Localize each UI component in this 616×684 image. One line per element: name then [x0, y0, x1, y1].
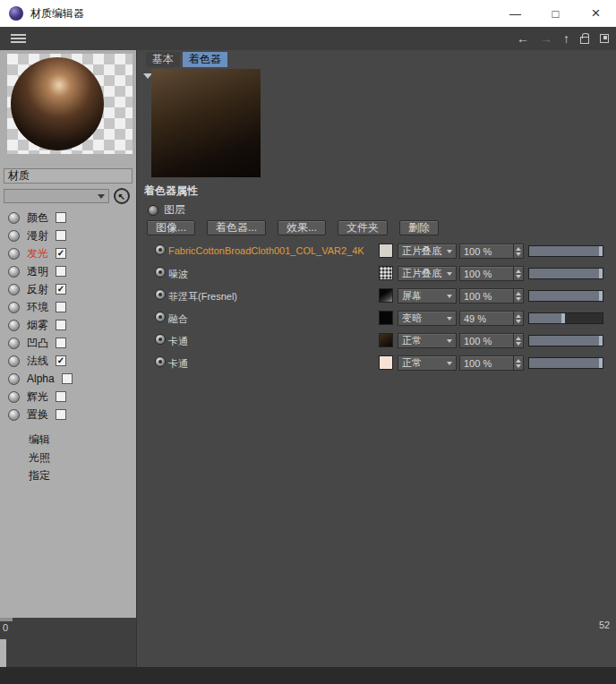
channel-label[interactable]: 置换 [27, 407, 48, 423]
channel-row: 凹凸 [0, 334, 136, 352]
channel-label[interactable]: 透明 [27, 264, 48, 279]
layer-visibility-icon[interactable] [155, 356, 166, 367]
channel-checkbox[interactable]: ✓ [56, 248, 66, 259]
material-preview[interactable] [7, 54, 133, 154]
blend-mode-dropdown[interactable]: 正常 [398, 355, 457, 371]
channel-label[interactable]: 反射 [27, 282, 48, 297]
material-picker-icon[interactable]: ↖ [114, 188, 130, 204]
layer-thumbnail[interactable] [379, 244, 393, 258]
channel-checkbox[interactable] [56, 409, 66, 420]
opacity-slider[interactable] [528, 245, 603, 257]
opacity-spinner[interactable]: 49 % [459, 311, 524, 326]
spinner-arrows-icon[interactable] [513, 289, 523, 303]
opacity-spinner[interactable]: 100 % [459, 333, 524, 348]
folder-button[interactable]: 文件夹 [338, 220, 388, 235]
layer-visibility-icon[interactable] [155, 312, 166, 322]
material-select-dropdown[interactable] [4, 189, 109, 203]
channel-checkbox[interactable] [56, 302, 66, 312]
slider-fill [529, 269, 603, 278]
shader-texture-preview[interactable] [151, 69, 261, 177]
channel-checkbox[interactable] [56, 266, 66, 277]
blend-mode-dropdown[interactable]: 屏幕 [398, 288, 457, 304]
spinner-arrows-icon[interactable] [513, 356, 523, 370]
slider-fill [529, 246, 603, 256]
back-icon[interactable]: ← [517, 27, 529, 50]
illumination-section-item[interactable]: 光照 [0, 449, 136, 466]
material-name-field[interactable]: 材质 [4, 168, 133, 184]
channel-label[interactable]: 辉光 [27, 389, 48, 405]
opacity-slider[interactable] [528, 290, 603, 302]
menu-icon[interactable] [11, 33, 26, 44]
channel-checkbox[interactable] [56, 320, 66, 330]
image-button[interactable]: 图像... [147, 220, 195, 235]
delete-button[interactable]: 删除 [399, 220, 439, 235]
close-button[interactable]: × [576, 0, 616, 27]
channel-label[interactable]: 环境 [27, 300, 48, 315]
layer-thumbnail[interactable] [379, 311, 393, 325]
material-preview-sphere [11, 57, 104, 150]
layer-visibility-icon[interactable] [155, 289, 166, 300]
channel-sphere-icon [8, 212, 20, 224]
tab-basic[interactable]: 基本 [146, 52, 180, 67]
layer-visibility-icon[interactable] [155, 267, 166, 278]
layer-thumbnail[interactable] [379, 333, 393, 347]
channel-row: 置换 [0, 406, 136, 423]
channel-label[interactable]: Alpha [27, 372, 55, 385]
minimize-button[interactable]: — [495, 0, 535, 27]
channel-checkbox[interactable] [62, 373, 73, 384]
channel-checkbox[interactable] [56, 230, 66, 241]
layer-name[interactable]: FabricCottonBroadCloth001_COL_VAR2_4K [168, 245, 364, 256]
edit-section-item[interactable]: 编辑 [0, 431, 136, 449]
opacity-slider[interactable] [528, 312, 603, 324]
channel-label[interactable]: 烟雾 [27, 318, 48, 333]
opacity-slider[interactable] [528, 357, 603, 369]
channel-checkbox[interactable] [56, 391, 66, 402]
channel-checkbox[interactable]: ✓ [56, 284, 66, 295]
opacity-slider[interactable] [528, 335, 603, 346]
layer-thumbnail[interactable] [379, 288, 393, 303]
blend-mode-dropdown[interactable]: 正常 [398, 333, 457, 348]
spinner-arrows-icon[interactable] [513, 267, 523, 280]
channel-checkbox[interactable] [56, 212, 66, 223]
channel-label[interactable]: 颜色 [27, 210, 48, 226]
layer-thumbnail[interactable] [379, 355, 393, 370]
layer-name[interactable]: 卡通 [168, 335, 188, 348]
channel-label[interactable]: 法线 [27, 354, 48, 369]
maximize-button[interactable]: □ [535, 0, 576, 27]
channel-label[interactable]: 发光 [27, 246, 48, 261]
effect-button[interactable]: 效果... [278, 220, 326, 235]
layer-name[interactable]: 卡通 [168, 357, 188, 371]
assign-section-item[interactable]: 指定 [0, 466, 136, 484]
layer-visibility-icon[interactable] [155, 244, 166, 255]
blend-mode-dropdown[interactable]: 变暗 [398, 311, 457, 326]
popout-icon[interactable] [600, 34, 609, 43]
layer-type-label[interactable]: 图层 [164, 202, 185, 218]
channel-label[interactable]: 漫射 [27, 228, 48, 244]
opacity-spinner[interactable]: 100 % [459, 244, 524, 259]
opacity-slider[interactable] [528, 268, 603, 279]
blend-mode-value: 正常 [402, 356, 422, 370]
spinner-arrows-icon[interactable] [513, 244, 523, 258]
layer-visibility-icon[interactable] [155, 334, 166, 345]
blend-mode-dropdown[interactable]: 正片叠底 [398, 244, 457, 259]
forward-icon[interactable]: → [540, 27, 552, 50]
tab-shader[interactable]: 着色器 [183, 52, 227, 67]
spinner-arrows-icon[interactable] [513, 334, 523, 347]
layer-name[interactable]: 融合 [168, 312, 188, 326]
lock-icon[interactable] [580, 37, 589, 44]
channel-label[interactable]: 凹凸 [27, 336, 48, 351]
opacity-spinner[interactable]: 100 % [459, 288, 524, 304]
up-icon[interactable]: ↑ [563, 27, 569, 50]
layer-name[interactable]: 菲涅耳(Fresnel) [168, 290, 237, 304]
channel-checkbox[interactable] [56, 338, 66, 348]
opacity-spinner[interactable]: 100 % [459, 355, 524, 371]
layer-name[interactable]: 噪波 [168, 268, 188, 281]
layer-thumbnail[interactable] [379, 266, 393, 280]
layer-type-row: 图层 [148, 202, 185, 218]
spinner-arrows-icon[interactable] [513, 312, 523, 325]
channel-checkbox[interactable]: ✓ [56, 355, 66, 366]
layer-row: 卡通 正常 100 % [137, 352, 616, 374]
opacity-spinner[interactable]: 100 % [459, 266, 524, 281]
blend-mode-dropdown[interactable]: 正片叠底 [398, 266, 457, 281]
shader-button[interactable]: 着色器... [207, 220, 266, 235]
